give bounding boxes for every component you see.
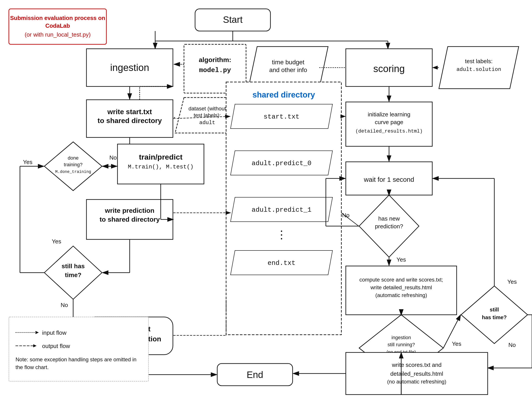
done-training-label3: M.done_training	[55, 170, 91, 174]
ingestion-running-label1: ingestion	[392, 335, 411, 340]
ingestion-label: ingestion	[110, 62, 149, 73]
legend-output-label: output flow	[42, 343, 70, 349]
still-time-right-label1: still	[490, 307, 499, 313]
no-label-has-new-pred: No	[342, 212, 349, 219]
shared-directory-label: shared directory	[253, 90, 315, 99]
legend-box	[9, 317, 149, 381]
dots-label: ⋮	[276, 228, 287, 241]
train-predict-label2: M.train(), M.test()	[128, 164, 194, 170]
write-start-label1: write start.txt	[107, 108, 152, 116]
compute-score-box	[346, 266, 457, 315]
start-txt-label: start.txt	[264, 113, 299, 120]
compute-score-label3: (automatic refreshing)	[375, 292, 427, 298]
submission-title2: CodaLab	[45, 22, 70, 29]
time-budget-label2: and other info	[269, 66, 307, 73]
compute-score-label1: compute score and write scores.txt;	[359, 277, 443, 283]
legend-note1: Note: some exception handling steps are …	[16, 356, 137, 362]
still-time-right-label2: has time?	[482, 314, 507, 320]
yes-label-has-new-pred: Yes	[397, 256, 406, 263]
wait-label: wait for 1 second	[364, 176, 414, 183]
has-new-pred-label2: prediction?	[375, 223, 403, 230]
write-scores-label3: (no automatic refreshing)	[387, 379, 446, 385]
write-pred-label1: write prediction	[105, 207, 154, 214]
ingestion-running-label2: still running?	[387, 342, 415, 347]
init-label2: curve page	[375, 119, 403, 126]
has-new-pred-label1: has new	[378, 215, 400, 222]
no-label-done-training: No	[109, 154, 117, 161]
dataset-label3: adult	[199, 120, 215, 126]
yes-label-ingestion-running: Yes	[452, 341, 461, 347]
done-training-label1: done	[68, 155, 79, 161]
arrow-shared-haspred	[341, 213, 359, 226]
dataset-label1: dataset (without	[188, 106, 226, 112]
yes-label-done-training: Yes	[23, 159, 32, 165]
scoring-label: scoring	[373, 63, 405, 74]
train-predict-label1: train/predict	[139, 153, 183, 161]
adult-predict-1-label: adult.predict_1	[252, 206, 311, 214]
write-scores-label1: write scores.txt and	[392, 361, 442, 368]
algorithm-label2: model.py	[199, 66, 231, 74]
test-labels-label1: test labels:	[465, 58, 493, 64]
still-time-left-label2: time?	[65, 272, 82, 279]
start-label: Start	[223, 14, 243, 25]
test-labels-label2: adult.solution	[456, 66, 501, 72]
yes-label-still-time: Yes	[52, 238, 61, 245]
done-training-label2: training?	[64, 162, 82, 167]
init-label3: (detailed_results.html)	[355, 129, 423, 134]
submission-title: Submission evaluation process on	[10, 15, 105, 21]
write-start-label2: to shared directory	[98, 117, 162, 125]
legend-note2: the flow chart.	[16, 364, 49, 370]
time-budget-label1: time budget	[272, 59, 304, 66]
init-label1: initialize learning	[368, 111, 410, 118]
compute-score-label2: write detailed_results.html	[370, 284, 432, 290]
legend-input-label: input flow	[42, 329, 66, 336]
no-label-still-time-right: No	[508, 342, 516, 348]
write-scores-label2: detailed_results.html	[390, 370, 443, 377]
submission-subtitle: (or with run_local_test.py)	[25, 31, 91, 38]
adult-predict-0-label: adult.predict_0	[252, 160, 311, 167]
end-txt-label: end.txt	[267, 259, 296, 267]
no-label-still-time: No	[61, 302, 68, 308]
write-pred-label2: to shared directory	[100, 216, 160, 223]
end-label: End	[247, 369, 263, 380]
still-time-left-label1: still has	[62, 263, 85, 270]
algorithm-label1: algorithm:	[199, 56, 231, 63]
yes-label-still-time-right: Yes	[507, 279, 517, 285]
